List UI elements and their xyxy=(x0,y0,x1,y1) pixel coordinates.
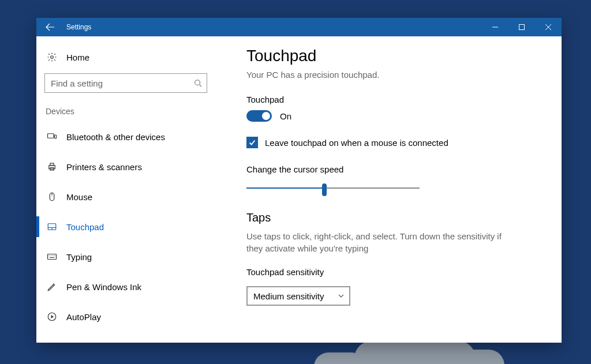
sidebar-item-label: Mouse xyxy=(66,192,92,202)
page-title: Touchpad xyxy=(246,47,543,65)
search-icon xyxy=(194,79,202,87)
minimize-icon xyxy=(492,24,498,30)
sensitivity-select[interactable]: Medium sensitivity xyxy=(246,286,350,306)
sidebar-item-printers[interactable]: Printers & scanners xyxy=(36,154,215,179)
slider-thumb[interactable] xyxy=(322,183,327,196)
close-button[interactable] xyxy=(535,18,562,36)
printer-icon xyxy=(46,162,58,172)
sidebar-item-label: Bluetooth & other devices xyxy=(66,132,165,142)
sidebar-item-label: Pen & Windows Ink xyxy=(66,282,141,292)
main-content: Touchpad Your PC has a precision touchpa… xyxy=(215,36,562,343)
search-input[interactable] xyxy=(51,78,194,88)
back-arrow-icon xyxy=(46,22,55,32)
taps-description: Use taps to click, right-click, and sele… xyxy=(246,230,518,254)
sidebar-item-label: Touchpad xyxy=(66,222,104,232)
maximize-button[interactable] xyxy=(508,18,535,36)
svg-point-2 xyxy=(195,80,200,85)
autoplay-icon xyxy=(46,312,58,322)
svg-rect-4 xyxy=(55,135,57,138)
sensitivity-label: Touchpad sensitivity xyxy=(246,267,543,277)
svg-rect-10 xyxy=(48,254,57,260)
touchpad-toggle-state: On xyxy=(280,111,291,121)
devices-icon xyxy=(46,132,58,142)
settings-window: Settings Home xyxy=(36,18,562,343)
sensitivity-value: Medium sensitivity xyxy=(253,291,324,301)
gear-icon xyxy=(46,52,58,62)
cursor-speed-slider[interactable] xyxy=(246,182,420,194)
sidebar-item-bluetooth[interactable]: Bluetooth & other devices xyxy=(36,124,215,149)
window-title: Settings xyxy=(66,23,91,31)
titlebar: Settings xyxy=(36,18,562,36)
sidebar-item-label: AutoPlay xyxy=(66,312,101,322)
taps-heading: Taps xyxy=(246,211,543,224)
touchpad-icon xyxy=(46,222,58,232)
sidebar-item-label: Typing xyxy=(66,252,92,262)
svg-rect-5 xyxy=(49,166,55,169)
cursor-speed-label: Change the cursor speed xyxy=(246,164,543,174)
touchpad-toggle-label: Touchpad xyxy=(246,95,543,104)
search-input-wrap[interactable] xyxy=(44,73,207,93)
sidebar-item-touchpad[interactable]: Touchpad xyxy=(36,214,215,239)
home-button[interactable]: Home xyxy=(36,44,215,70)
page-subtitle: Your PC has a precision touchpad. xyxy=(246,70,543,80)
close-icon xyxy=(545,24,551,30)
chevron-down-icon xyxy=(338,292,345,299)
sidebar-item-autoplay[interactable]: AutoPlay xyxy=(36,304,215,329)
leave-on-label: Leave touchpad on when a mouse is connec… xyxy=(265,138,448,148)
sidebar-item-typing[interactable]: Typing xyxy=(36,244,215,269)
keyboard-icon xyxy=(46,252,58,262)
mouse-icon xyxy=(46,192,58,202)
svg-rect-0 xyxy=(519,25,525,30)
svg-rect-6 xyxy=(50,163,54,166)
check-icon xyxy=(248,138,256,147)
touchpad-toggle[interactable] xyxy=(246,110,272,122)
back-button[interactable] xyxy=(36,18,64,36)
home-label: Home xyxy=(66,52,89,62)
sidebar: Home Devices Bluetooth & other devices xyxy=(36,36,215,343)
sidebar-category: Devices xyxy=(36,103,215,124)
svg-point-1 xyxy=(51,56,54,59)
sidebar-item-mouse[interactable]: Mouse xyxy=(36,184,215,209)
leave-on-checkbox[interactable] xyxy=(246,137,258,148)
pen-icon xyxy=(46,282,58,292)
maximize-icon xyxy=(519,24,525,30)
svg-rect-3 xyxy=(48,134,54,138)
sidebar-item-pen[interactable]: Pen & Windows Ink xyxy=(36,274,215,299)
sidebar-item-label: Printers & scanners xyxy=(66,162,142,172)
minimize-button[interactable] xyxy=(482,18,508,36)
